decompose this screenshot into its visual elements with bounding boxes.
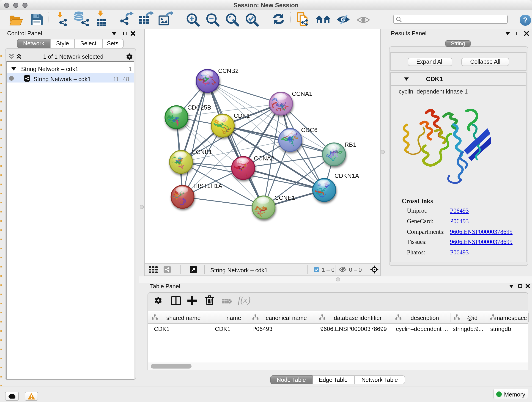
svg-text:CCNA1: CCNA1 <box>292 90 312 97</box>
svg-text:CCNE1: CCNE1 <box>275 194 295 201</box>
svg-text:CCNA2: CCNA2 <box>254 155 274 162</box>
svg-text:CDC6: CDC6 <box>301 126 318 133</box>
svg-text:CDK1: CDK1 <box>234 112 250 119</box>
svg-text:CDC25B: CDC25B <box>188 104 211 111</box>
svg-text:HIST1H1A: HIST1H1A <box>194 182 223 189</box>
svg-text:CDKN1A: CDKN1A <box>335 172 359 179</box>
svg-text:RB1: RB1 <box>345 141 356 148</box>
svg-text:CCNB2: CCNB2 <box>218 67 239 74</box>
svg-text:CCNB1: CCNB1 <box>192 148 212 155</box>
